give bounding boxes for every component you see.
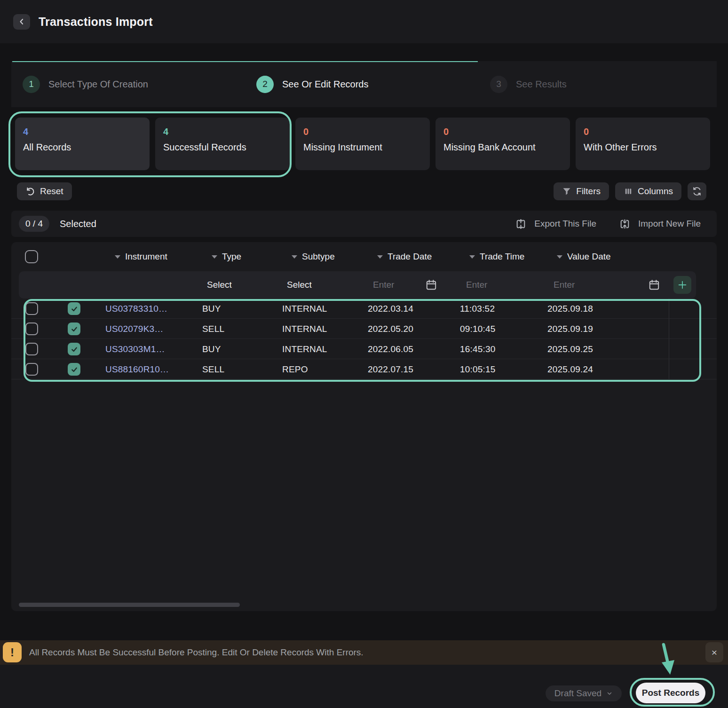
table-filter-row: Select Select Enter Enter Enter <box>19 271 696 299</box>
value-date-filter-input[interactable]: Enter <box>554 271 575 299</box>
instrument-link[interactable]: US88160R10… <box>105 364 202 375</box>
sort-arrow-icon <box>557 255 562 259</box>
trade-time-header-label: Trade Time <box>480 252 524 262</box>
instrument-link[interactable]: US02079K3… <box>105 324 202 334</box>
step-3-label: See Results <box>516 79 567 90</box>
column-header-instrument[interactable]: Instrument <box>105 252 202 262</box>
export-this-file-button[interactable]: Export This File <box>515 218 596 230</box>
trade-time-cell: 11:03:52 <box>460 304 547 314</box>
table-toolbar: Reset Filters Columns <box>11 182 717 200</box>
value-date-cell: 2025.09.25 <box>547 344 641 354</box>
banner-close-button[interactable]: × <box>705 642 723 662</box>
file-actions: Export This File Import New File <box>515 218 701 230</box>
column-header-subtype[interactable]: Subtype <box>282 252 368 262</box>
plus-icon <box>677 280 688 290</box>
subtype-header-label: Subtype <box>302 252 335 262</box>
trade-time-cell: 10:05:15 <box>460 364 547 375</box>
table-row: US02079K3… SELL INTERNAL 2022.05.20 09:1… <box>11 319 717 339</box>
card-missing-bank-account[interactable]: 0 Missing Bank Account <box>435 118 570 170</box>
table-row: US30303M1… BUY INTERNAL 2022.06.05 16:45… <box>11 339 717 359</box>
successful-records-label: Successful Records <box>163 142 282 153</box>
sort-arrow-icon <box>212 255 217 259</box>
value-date-calendar-icon[interactable] <box>648 271 660 299</box>
type-filter-select[interactable]: Select <box>207 271 232 299</box>
horizontal-scrollbar-thumb[interactable] <box>19 603 240 607</box>
column-header-trade-time[interactable]: Trade Time <box>460 252 547 262</box>
successful-records-count: 4 <box>163 126 282 137</box>
filters-label: Filters <box>576 186 601 197</box>
reset-icon <box>25 187 35 197</box>
post-records-button[interactable]: Post Records <box>636 683 705 703</box>
instrument-header-label: Instrument <box>125 252 167 262</box>
toolbar-right-group: Filters Columns <box>554 182 706 200</box>
filters-button[interactable]: Filters <box>554 182 609 200</box>
transactions-import-screen: Transactions Import 1 Select Type Of Cre… <box>0 0 728 708</box>
card-all-records[interactable]: 4 All Records <box>15 118 150 170</box>
instrument-link[interactable]: US03783310… <box>105 304 202 314</box>
card-missing-instrument[interactable]: 0 Missing Instrument <box>295 118 430 170</box>
columns-button[interactable]: Columns <box>615 182 681 200</box>
reset-button[interactable]: Reset <box>17 182 72 200</box>
step-select-type-of-creation[interactable]: 1 Select Type Of Creation <box>23 61 148 107</box>
column-header-value-date[interactable]: Value Date <box>547 252 641 262</box>
export-this-file-label: Export This File <box>534 219 596 229</box>
column-header-type[interactable]: Type <box>202 252 282 262</box>
value-date-cell: 2025.09.19 <box>547 324 641 334</box>
step-1-label: Select Type Of Creation <box>48 79 148 90</box>
trade-date-filter-input[interactable]: Enter <box>373 271 394 299</box>
page-title: Transactions Import <box>39 15 153 29</box>
records-table: Instrument Type Subtype Trade Date Trade… <box>11 242 717 611</box>
instrument-link[interactable]: US30303M1… <box>105 344 202 354</box>
all-records-count: 4 <box>23 126 142 137</box>
row-checkbox[interactable] <box>25 343 38 355</box>
subtype-filter-select[interactable]: Select <box>287 271 312 299</box>
subtype-cell: INTERNAL <box>282 304 368 314</box>
table-body: US03783310… BUY INTERNAL 2022.03.14 11:0… <box>11 299 717 379</box>
table-row: US88160R10… SELL REPO 2022.07.15 10:05:1… <box>11 359 717 379</box>
trade-date-cell: 2022.03.14 <box>368 304 460 314</box>
check-icon <box>71 366 78 373</box>
row-checkbox[interactable] <box>25 302 38 315</box>
add-record-button[interactable] <box>673 276 691 294</box>
warning-text: All Records Must Be Successful Before Po… <box>29 647 364 658</box>
chevron-left-icon <box>17 17 26 26</box>
sort-arrow-icon <box>115 255 120 259</box>
back-button[interactable] <box>13 14 30 30</box>
card-with-other-errors[interactable]: 0 With Other Errors <box>576 118 710 170</box>
trade-date-calendar-icon[interactable] <box>425 271 437 299</box>
import-new-file-button[interactable]: Import New File <box>619 218 701 230</box>
type-cell: BUY <box>202 304 282 314</box>
trade-time-cell: 16:45:30 <box>460 344 547 354</box>
footer-bar: Draft Saved Post Records <box>0 665 728 708</box>
trade-date-cell: 2022.07.15 <box>368 364 460 375</box>
step-see-or-edit-records[interactable]: 2 See Or Edit Records <box>256 61 368 107</box>
draft-saved-label: Draft Saved <box>554 688 601 699</box>
card-successful-records[interactable]: 4 Successful Records <box>155 118 290 170</box>
import-file-icon <box>619 218 631 230</box>
value-date-header-label: Value Date <box>567 252 611 262</box>
draft-saved-button[interactable]: Draft Saved <box>546 685 622 701</box>
column-header-trade-date[interactable]: Trade Date <box>368 252 460 262</box>
refresh-button[interactable] <box>688 182 706 200</box>
chevron-down-icon <box>606 690 613 697</box>
row-status-checkbox[interactable] <box>68 363 80 376</box>
refresh-icon <box>692 186 702 197</box>
trade-date-cell: 2022.05.20 <box>368 324 460 334</box>
type-cell: BUY <box>202 344 282 354</box>
row-checkbox[interactable] <box>25 323 38 335</box>
import-new-file-label: Import New File <box>638 219 701 229</box>
actions-cell <box>669 299 717 319</box>
check-icon <box>71 346 78 353</box>
trade-time-filter-input[interactable]: Enter <box>466 271 487 299</box>
actions-cell <box>669 359 717 379</box>
with-other-errors-label: With Other Errors <box>584 142 702 153</box>
check-icon <box>71 325 78 333</box>
row-status-checkbox[interactable] <box>68 302 80 315</box>
columns-icon <box>624 187 633 196</box>
step-see-results[interactable]: 3 See Results <box>490 61 567 107</box>
row-status-checkbox[interactable] <box>68 323 80 335</box>
row-checkbox[interactable] <box>25 363 38 376</box>
columns-label: Columns <box>638 186 673 197</box>
row-status-checkbox[interactable] <box>68 343 80 355</box>
select-all-checkbox[interactable] <box>25 250 38 263</box>
